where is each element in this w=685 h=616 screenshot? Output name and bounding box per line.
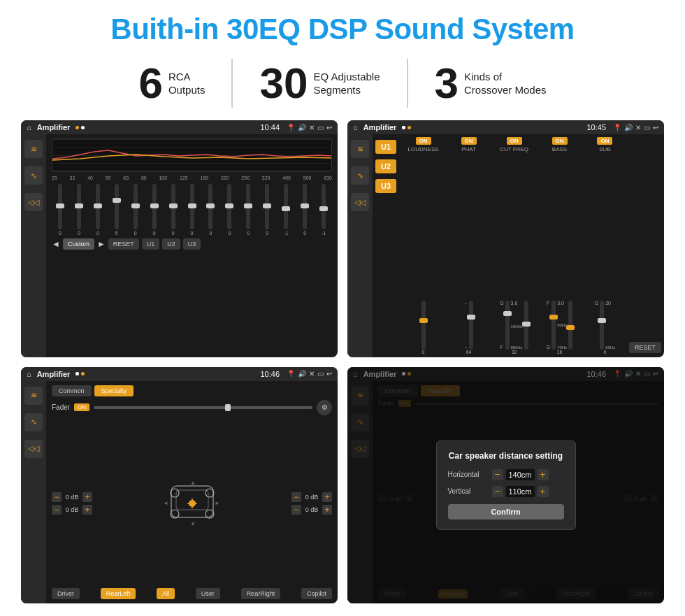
db-plus-tl[interactable]: + (82, 492, 92, 502)
phat-on[interactable]: ON (461, 137, 477, 145)
u1-button[interactable]: U1 (375, 140, 396, 154)
eq2-reset-btn[interactable]: RESET (629, 342, 661, 353)
stat-crossover: 3 Kinds of Crossover Modes (408, 62, 573, 105)
eq-u2-btn[interactable]: U2 (162, 238, 180, 250)
db-plus-bl[interactable]: + (82, 505, 92, 515)
eq-prev-btn[interactable]: ◄ (52, 239, 60, 249)
wave-btn-2[interactable]: ∿ (351, 166, 369, 185)
stat-eq: 30 EQ Adjustable Segments (233, 62, 406, 105)
db-value-br: 0 dB (303, 506, 320, 513)
db-value-bl: 0 dB (64, 506, 80, 513)
stat-rca-text: RCA Outputs (168, 70, 206, 97)
btn-user-3[interactable]: User (196, 588, 220, 599)
eq-slider-10: 0 (240, 184, 257, 236)
wave-btn-1[interactable]: ∿ (24, 166, 43, 185)
home-icon-2[interactable]: ⌂ (353, 123, 358, 131)
speaker-icon-2: 🔊 (624, 124, 633, 131)
eq-btn-1[interactable]: ≋ (24, 140, 43, 158)
confirm-button[interactable]: Confirm (448, 504, 564, 520)
eq-u3-btn[interactable]: U3 (183, 238, 201, 250)
dot-dot-3 (81, 372, 85, 375)
rect-icon-1: ▭ (317, 124, 324, 131)
horizontal-plus-btn[interactable]: + (538, 469, 549, 480)
vol-btn-2[interactable]: ◁◁ (351, 193, 369, 211)
status-time-3: 10:46 (260, 370, 280, 378)
svg-text:►: ► (215, 500, 220, 506)
fader-settings-icon[interactable]: ⚙ (317, 400, 332, 415)
tab-common-3[interactable]: Common (52, 385, 92, 396)
vertical-minus-btn[interactable]: − (492, 486, 503, 497)
eq-slider-8: 0 (203, 184, 219, 236)
horizontal-minus-btn[interactable]: − (492, 469, 503, 480)
stats-row: 6 RCA Outputs 30 EQ Adjustable Segments … (21, 59, 664, 108)
svg-point-3 (206, 489, 214, 497)
page-wrapper: Buith-in 30EQ DSP Sound System 6 RCA Out… (0, 0, 685, 616)
btn-copilot-3[interactable]: Copilot (301, 588, 332, 599)
wave-btn-3[interactable]: ∿ (24, 413, 43, 431)
db-minus-tr[interactable]: − (291, 492, 301, 502)
home-icon-1[interactable]: ⌂ (27, 123, 31, 131)
eq-next-btn[interactable]: ► (97, 239, 106, 249)
eq-slider-4: 0 (127, 184, 144, 236)
status-icons-right-1: 📍 🔊 ✕ ▭ ↩ (287, 124, 332, 131)
status-icons-right-3: 📍 🔊 ✕ ▭ ↩ (287, 370, 332, 378)
fader-slider-thumb[interactable] (225, 404, 231, 411)
db-plus-tr[interactable]: + (322, 492, 332, 502)
sub-on[interactable]: ON (597, 137, 612, 145)
eq2-col-sub: ON SUB G 2060Hz (584, 137, 626, 354)
db-minus-br[interactable]: − (291, 505, 301, 515)
eq-reset-btn[interactable]: RESET (108, 238, 139, 250)
home-icon-3[interactable]: ⌂ (27, 370, 31, 378)
back-icon-1[interactable]: ↩ (326, 124, 332, 131)
loudness-label: LOUDNESS (408, 146, 439, 152)
status-bar-2: ⌂ Amplifier 10:45 📍 🔊 ✕ ▭ ↩ (347, 120, 664, 134)
svg-text:▲: ▲ (190, 480, 196, 486)
screen-content-1: ≋ ∿ ◁◁ (21, 134, 338, 357)
screen-distance: ⌂ Amplifier 10:46 📍 🔊 ✕ ▭ ↩ ≋ ∿ (347, 367, 664, 604)
btn-rearright-3[interactable]: RearRight (241, 588, 281, 599)
app-name-3: Amplifier (37, 370, 71, 378)
dialog-horizontal-stepper: − 140cm + (492, 469, 549, 480)
dialog-overlay: Car speaker distance setting Horizontal … (347, 367, 664, 604)
eq-btn-3[interactable]: ≋ (24, 387, 43, 405)
eq-slider-1: 0 (71, 184, 87, 236)
dialog-title: Car speaker distance setting (448, 451, 564, 461)
eq-custom-btn[interactable]: Custom (63, 238, 94, 250)
tab-specialty-3[interactable]: Specialty (94, 385, 134, 396)
status-time-1: 10:44 (260, 123, 280, 131)
rect-icon-2: ▭ (644, 124, 650, 131)
eq-btn-2[interactable]: ≋ (351, 140, 369, 158)
dialog-vertical-label: Vertical (448, 487, 486, 495)
back-icon-3[interactable]: ↩ (326, 370, 332, 378)
status-dots-1 (75, 126, 85, 129)
db-plus-br[interactable]: + (322, 505, 332, 515)
bass-on[interactable]: ON (552, 137, 568, 145)
car-left-controls: − 0 dB + − 0 dB + (52, 420, 92, 589)
btn-driver-3[interactable]: Driver (52, 588, 80, 599)
eq-slider-6: 0 (165, 184, 182, 236)
fader-label: Fader (52, 403, 70, 411)
screen-crossover: ⌂ Amplifier 10:46 📍 🔊 ✕ ▭ ↩ ≋ ∿ (21, 367, 338, 604)
stat-crossover-text: Kinds of Crossover Modes (464, 70, 547, 97)
fader-slider[interactable] (94, 406, 312, 409)
eq-slider-12: -1 (277, 184, 294, 236)
app-name-1: Amplifier (37, 123, 71, 131)
vol-btn-3[interactable]: ◁◁ (24, 440, 43, 458)
car-right-controls: − 0 dB + − 0 dB + (291, 420, 332, 589)
eq-u1-btn[interactable]: U1 (142, 238, 160, 250)
dot-orange-1 (75, 126, 79, 129)
back-icon-2[interactable]: ↩ (653, 124, 658, 131)
vertical-plus-btn[interactable]: + (538, 486, 549, 497)
u3-button[interactable]: U3 (375, 179, 396, 193)
vol-btn-1[interactable]: ◁◁ (24, 193, 43, 211)
db-minus-tl[interactable]: − (52, 492, 62, 502)
btn-rearleft-3[interactable]: RearLeft (101, 588, 136, 599)
u2-button[interactable]: U2 (375, 159, 396, 173)
main-title: Buith-in 30EQ DSP Sound System (110, 13, 574, 46)
db-minus-bl[interactable]: − (52, 505, 62, 515)
fader-on-badge[interactable]: ON (74, 403, 89, 411)
phat-label: PHAT (461, 146, 476, 152)
loudness-on[interactable]: ON (416, 137, 431, 145)
btn-all-3[interactable]: All (157, 588, 175, 599)
cutfreq-on[interactable]: ON (507, 137, 522, 145)
